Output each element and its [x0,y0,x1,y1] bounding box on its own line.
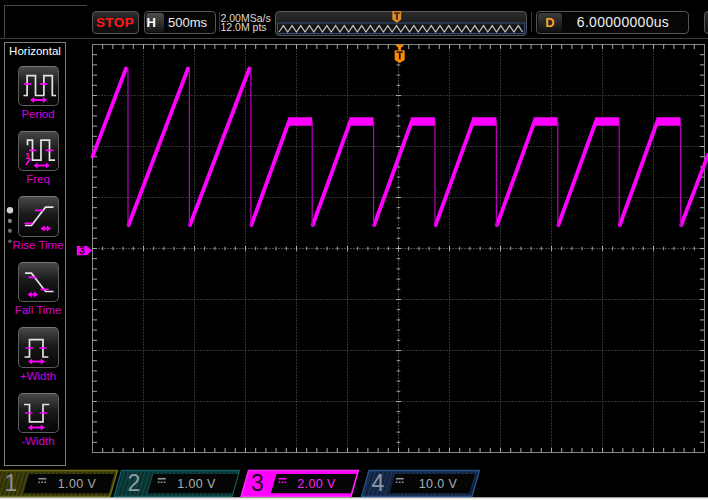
svg-text:2: 2 [128,470,141,496]
svg-text:1: 1 [5,470,18,496]
svg-text:2.00 V: 2.00 V [297,477,336,491]
svg-text:1.00 V: 1.00 V [58,477,97,491]
svg-text:3: 3 [251,470,264,496]
svg-text:1.00 V: 1.00 V [177,477,216,491]
svg-text:4: 4 [372,470,385,496]
svg-text:3: 3 [79,245,85,256]
svg-text:10.0 V: 10.0 V [419,477,458,491]
